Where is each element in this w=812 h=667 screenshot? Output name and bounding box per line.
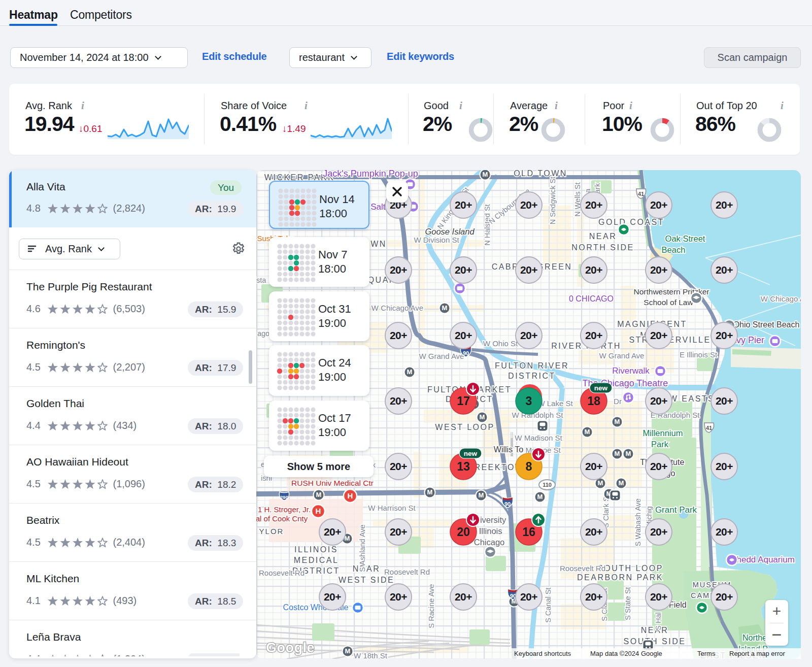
svg-text:Jack's Pumpkin Pop-up: Jack's Pumpkin Pop-up	[323, 170, 418, 179]
svg-text:20+: 20+	[585, 264, 602, 276]
svg-text:WN: WN	[370, 240, 387, 248]
svg-text:20+: 20+	[520, 264, 537, 276]
svg-text:NEAR: NEAR	[353, 564, 380, 573]
svg-text:W Ohio St: W Ohio St	[483, 339, 518, 348]
svg-text:20+: 20+	[716, 526, 733, 538]
svg-text:20+: 20+	[650, 329, 667, 341]
svg-text:20+: 20+	[324, 591, 341, 603]
svg-text:20+: 20+	[716, 460, 733, 472]
svg-text:M: M	[615, 450, 620, 457]
svg-text:290: 290	[280, 494, 288, 500]
svg-text:20: 20	[457, 525, 470, 539]
svg-text:41: 41	[638, 191, 644, 197]
svg-text:FULTON RIVER: FULTON RIVER	[495, 361, 569, 370]
svg-text:Grant Park: Grant Park	[655, 505, 697, 515]
svg-text:20+: 20+	[390, 395, 407, 407]
svg-text:OLD TOWN: OLD TOWN	[514, 170, 567, 178]
svg-text:Beach: Beach	[662, 245, 686, 254]
svg-text:20+: 20+	[585, 460, 602, 472]
svg-text:f Illinois: f Illinois	[474, 526, 502, 536]
svg-text:20+: 20+	[390, 591, 407, 603]
svg-text:W Madison St: W Madison St	[515, 433, 562, 442]
svg-text:Roosevelt Rd: Roosevelt Rd	[384, 568, 430, 576]
svg-text:20+: 20+	[520, 329, 537, 341]
svg-text:W Grand Ave: W Grand Ave	[419, 352, 464, 360]
svg-text:DEARBORN PARK: DEARBORN PARK	[577, 573, 663, 582]
svg-text:0 CHICAGO: 0 CHICAGO	[569, 294, 614, 303]
svg-text:20+: 20+	[650, 199, 667, 211]
svg-text:M: M	[598, 479, 603, 487]
svg-text:Dr: Dr	[614, 397, 622, 406]
svg-text:20+: 20+	[585, 591, 602, 603]
svg-text:20+: 20+	[716, 329, 733, 341]
svg-text:Roosevelt Rd: Roosevelt Rd	[560, 564, 605, 573]
svg-text:20+: 20+	[455, 199, 472, 211]
svg-text:NEAR: NEAR	[589, 232, 617, 241]
svg-text:W Division St: W Division St	[414, 236, 459, 244]
svg-text:DISTRICT: DISTRICT	[508, 372, 556, 380]
svg-text:W Grand Ave: W Grand Ave	[599, 351, 645, 360]
svg-text:W 18th St: W 18th St	[354, 651, 388, 659]
svg-text:20+: 20+	[585, 329, 602, 341]
svg-text:N Wells St: N Wells St	[573, 182, 582, 216]
svg-text:Millennium: Millennium	[643, 428, 683, 438]
svg-text:90: 90	[463, 350, 469, 356]
svg-text:20+: 20+	[585, 199, 602, 211]
svg-text:YLOR: YLOR	[259, 527, 284, 536]
svg-text:16: 16	[522, 525, 535, 539]
svg-text:al of Cook Cnty: al of Cook Cnty	[256, 514, 308, 523]
svg-text:Ohio Street Beach: Ohio Street Beach	[733, 320, 800, 329]
svg-text:S Canal St: S Canal St	[544, 587, 552, 622]
svg-text:ago: ago	[257, 329, 269, 338]
svg-text:MEDICAL: MEDICAL	[294, 556, 339, 564]
svg-text:Northe: Northe	[742, 633, 767, 642]
svg-text:NORTH SIDE: NORTH SIDE	[571, 243, 634, 252]
svg-text:Riverwalk: Riverwalk	[612, 366, 650, 376]
svg-text:20+: 20+	[390, 526, 407, 538]
svg-text:N Sedgwick St: N Sedgwick St	[549, 177, 557, 224]
svg-text:S State St: S State St	[624, 587, 632, 620]
svg-text:SOUTH SIDE: SOUTH SIDE	[624, 637, 686, 646]
svg-text:Park: Park	[651, 440, 669, 449]
svg-text:M: M	[480, 413, 485, 421]
svg-text:M: M	[407, 368, 413, 376]
svg-text:Google: Google	[266, 640, 315, 655]
svg-text:1 H. Stroger, Jr.: 1 H. Stroger, Jr.	[258, 505, 311, 514]
svg-text:20+: 20+	[390, 329, 407, 341]
svg-text:M: M	[619, 479, 624, 487]
svg-text:M: M	[585, 428, 590, 436]
svg-text:RUSH Univ Medical Ctr: RUSH Univ Medical Ctr	[291, 479, 374, 487]
svg-text:Oak Street: Oak Street	[665, 234, 705, 243]
svg-text:S Hal: S Hal	[654, 612, 662, 630]
svg-text:20+: 20+	[390, 460, 407, 472]
svg-text:20+: 20+	[390, 264, 407, 276]
svg-text:M: M	[615, 418, 620, 425]
svg-text:H: H	[348, 491, 353, 500]
svg-text:20+: 20+	[716, 591, 733, 603]
svg-text:20+: 20+	[716, 264, 733, 276]
svg-text:SOUTH LOOP: SOUTH LOOP	[597, 564, 663, 573]
svg-text:N Halsted St: N Halsted St	[483, 204, 491, 245]
svg-text:M: M	[427, 488, 433, 496]
svg-text:School of Law: School of Law	[644, 298, 693, 307]
svg-text:WEST LOOP: WEST LOOP	[435, 423, 494, 431]
svg-text:3: 3	[526, 394, 532, 408]
svg-text:M: M	[316, 491, 322, 498]
svg-text:WEST SIDE: WEST SIDE	[339, 576, 394, 584]
svg-text:Goose Island: Goose Island	[425, 227, 475, 236]
svg-text:20+: 20+	[650, 526, 667, 538]
svg-text:M: M	[442, 304, 448, 312]
svg-text:M: M	[479, 491, 484, 499]
svg-text:M: M	[537, 493, 543, 501]
svg-text:Willis To: Willis To	[494, 445, 523, 454]
svg-text:20+: 20+	[716, 199, 733, 211]
svg-text:20+: 20+	[455, 591, 472, 603]
svg-text:ILLINOIS: ILLINOIS	[294, 545, 338, 554]
svg-text:ista: ista	[256, 276, 266, 284]
svg-text:W Harrison St: W Harrison St	[368, 504, 416, 512]
svg-text:110: 110	[543, 482, 552, 488]
svg-text:Roosevelt Rd: Roosevelt Rd	[259, 569, 304, 577]
svg-text:W Randolph St: W Randolph St	[512, 411, 564, 419]
svg-text:20+: 20+	[716, 395, 733, 407]
svg-text:20+: 20+	[324, 526, 341, 538]
